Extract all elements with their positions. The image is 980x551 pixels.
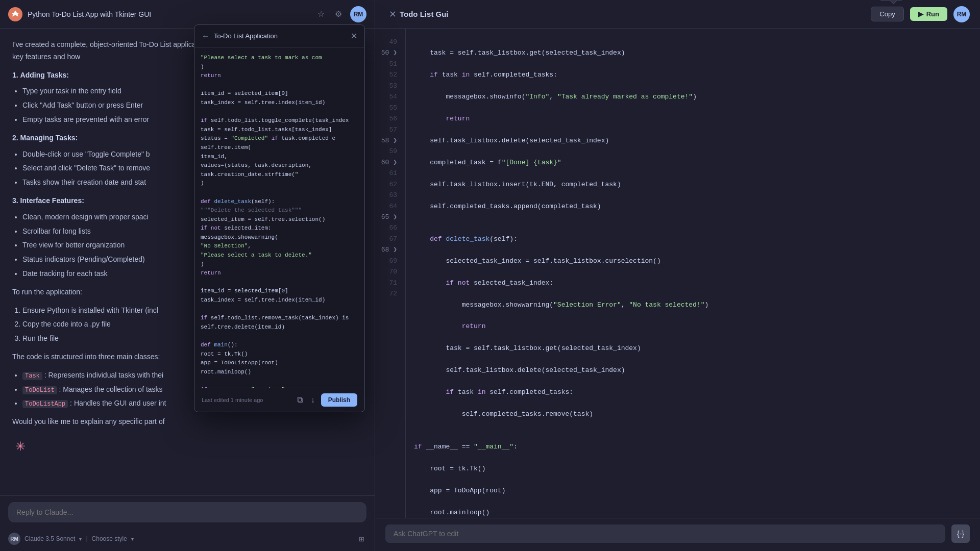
chat-input[interactable] [16,508,358,516]
modal-code-content: "Please select a task to mark as com ) r… [194,47,364,388]
line-num-57: 57 [375,124,399,135]
code-line-70: app = ToDoApp(root) [414,485,980,496]
code-line-63: task = self.task_listbox.get(selected_ta… [414,343,980,354]
ask-chatgpt-input[interactable] [385,524,945,543]
model-label: Claude 3.5 Sonnet [24,535,75,542]
code-line-55: self.task_listbox.insert(tk.END, complet… [414,179,980,190]
expand-button[interactable]: ⊞ [357,533,366,545]
line-num-60: 60 ❯ [375,157,399,168]
line-num-65: 65 ❯ [375,212,399,222]
code-line-69: root = tk.Tk() [414,463,980,474]
chevron-icon-2: ▾ [131,536,134,542]
right-input-area: {-} [375,518,980,551]
modal-close-button[interactable]: ✕ [351,31,357,41]
line-num-67: 67 [375,234,399,244]
line-num-58: 58 ❯ [375,135,399,146]
line-num-68: 68 ❯ [375,244,399,255]
line-num-63: 63 [375,190,399,201]
settings-button[interactable]: ⚙ [333,7,344,21]
right-panel-title: Todo List Gui [400,10,871,18]
line-num-59: 59 [375,146,399,157]
right-panel-avatar: RM [953,6,970,22]
line-num-72: 72 [375,288,399,299]
code-line-71: root.mainloop() [414,507,980,518]
line-num-62: 62 [375,179,399,190]
code-line-49: task = self.task_listbox.get(selected_ta… [414,47,980,58]
modal-footer: Last edited 1 minute ago ⧉ ↓ Publish [194,388,364,412]
left-panel: Python To-Do List App with Tkinter GUI ☆… [0,0,375,551]
copy-tooltip: Copy [878,0,904,1]
line-num-66: 66 [375,222,399,233]
code-lines: task = self.task_listbox.get(selected_ta… [406,29,980,518]
code-line-56: self.completed_tasks.append(completed_ta… [414,201,980,212]
modal-header: ← To-Do List Application ✕ [194,25,364,47]
closing-text: Would you like me to explain any specifi… [12,416,362,428]
bracket-icon-button[interactable]: {-} [951,524,970,543]
code-line-51: messagebox.showinfo("Info", "Task alread… [414,91,980,102]
footer-left: RM Claude 3.5 Sonnet ▾ | Choose style ▾ [8,533,134,545]
right-panel-header: ✕ Todo List Gui Copy Copy ▶ Run RM [375,0,980,29]
style-label: Choose style [92,535,127,542]
right-panel: ✕ Todo List Gui Copy Copy ▶ Run RM 49 50… [375,0,980,551]
class-todolistapp-tag: ToDoListApp [22,400,68,408]
chat-input-area [0,495,375,529]
line-numbers: 49 50 ❯ 51 52 53 54 55 56 57 58 ❯ 59 60 … [375,29,406,518]
class-task-tag: Task [22,372,42,380]
code-line-68: if __name__ == "__main__": [414,441,980,452]
download-button[interactable]: ↓ [309,393,317,407]
separator: | [86,535,87,542]
line-num-56: 56 [375,113,399,124]
line-num-55: 55 [375,103,399,113]
code-line-60: if not selected_task_index: [414,278,980,288]
star-button[interactable]: ☆ [315,7,327,21]
play-icon: ▶ [918,10,923,18]
line-num-52: 52 [375,69,399,80]
chat-footer: RM Claude 3.5 Sonnet ▾ | Choose style ▾ … [0,529,375,551]
code-line-53: self.task_listbox.delete(selected_task_i… [414,135,980,146]
asterisk-icon: ✳ [12,438,29,455]
chat-input-box [8,502,366,522]
line-num-64: 64 [375,201,399,212]
line-num-61: 61 [375,168,399,179]
line-num-51: 51 [375,59,399,69]
line-num-53: 53 [375,81,399,91]
claude-logo [8,7,22,21]
line-num-70: 70 [375,266,399,277]
line-num-49: 49 [375,37,399,47]
code-modal: ← To-Do List Application ✕ "Please selec… [194,24,365,412]
header-actions: ☆ ⚙ RM [315,6,366,22]
publish-button[interactable]: Publish [321,393,357,407]
run-button[interactable]: ▶ Run [910,7,947,21]
right-close-button[interactable]: ✕ [385,7,400,21]
code-line-62: return [414,321,980,332]
code-line-65: if task in self.completed_tasks: [414,387,980,397]
user-bubble: RM [8,533,20,545]
modal-footer-icons: ⧉ ↓ Publish [295,393,357,407]
code-line-50: if task in self.completed_tasks: [414,69,980,80]
right-header-actions: Copy Copy ▶ Run RM [871,6,970,22]
code-editor: 49 50 ❯ 51 52 53 54 55 56 57 58 ❯ 59 60 … [375,29,980,518]
code-line-64: self.task_listbox.delete(selected_task_i… [414,365,980,375]
line-num-71: 71 [375,278,399,288]
modal-title: To-Do List Application [214,32,347,40]
run-label: Run [926,10,939,18]
code-line-59: selected_task_index = self.task_listbox.… [414,256,980,266]
code-line-61: messagebox.showwarning("Selection Error"… [414,299,980,310]
class-todolist-tag: ToDoList [22,386,57,394]
thinking-indicator: ✳ [12,434,362,459]
conversation-title: Python To-Do List App with Tkinter GUI [28,10,310,18]
code-line-52: return [414,113,980,124]
chevron-icon: ▾ [79,536,82,542]
code-line-58: def delete_task(self): [414,234,980,244]
line-num-54: 54 [375,91,399,102]
line-num-50: 50 ❯ [375,47,399,58]
copy-button[interactable]: Copy [871,7,903,21]
line-num-69: 69 [375,256,399,266]
modal-back-button[interactable]: ← [202,32,210,41]
last-edited-text: Last edited 1 minute ago [202,397,263,403]
user-avatar: RM [350,6,366,22]
code-line-54: completed_task = f"[Done] {task}" [414,157,980,168]
code-line-66: self.completed_tasks.remove(task) [414,409,980,419]
copy-code-button[interactable]: ⧉ [295,393,305,407]
